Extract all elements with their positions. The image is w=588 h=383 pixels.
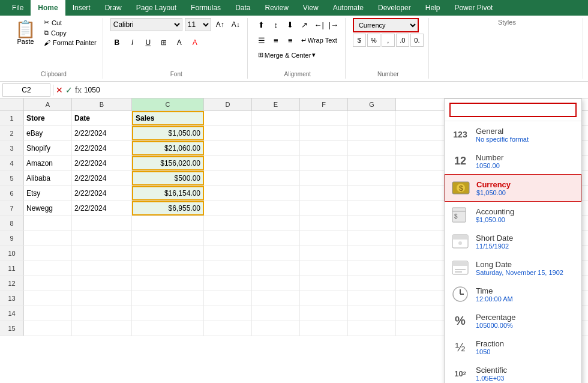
dropdown-item-time[interactable]: Time 12:00:00 AM xyxy=(445,281,581,307)
percent-style-button[interactable]: % xyxy=(367,34,380,47)
cell-f2[interactable] xyxy=(300,126,348,140)
cell-a4[interactable]: Amazon xyxy=(24,156,72,170)
cell-e4[interactable] xyxy=(252,156,300,170)
currency-style-button[interactable]: $ xyxy=(353,34,366,47)
font-size-select[interactable]: 11 xyxy=(185,18,211,31)
cut-button[interactable]: ✂ Cut xyxy=(43,18,98,27)
tab-data[interactable]: Data xyxy=(228,0,257,16)
orientation-button[interactable]: ↗ xyxy=(298,18,311,31)
tab-page-layout[interactable]: Page Layout xyxy=(129,0,184,16)
decrease-decimal-button[interactable]: 0. xyxy=(410,34,424,47)
number-format-select[interactable]: Currency General Number Accounting Perce… xyxy=(353,18,419,32)
tab-help[interactable]: Help xyxy=(418,0,448,16)
cell-b4[interactable]: 2/22/2024 xyxy=(72,156,132,170)
cell-f3[interactable] xyxy=(300,141,348,155)
italic-button[interactable]: I xyxy=(126,36,139,49)
cell-f4[interactable] xyxy=(300,156,348,170)
align-right-button[interactable]: ≡ xyxy=(284,34,297,47)
increase-decimal-button[interactable]: .0 xyxy=(396,34,409,47)
cell-e2[interactable] xyxy=(252,126,300,140)
cell-g3[interactable] xyxy=(348,141,396,155)
col-header-f[interactable]: F xyxy=(300,98,348,110)
cell-d3[interactable] xyxy=(204,141,252,155)
cell-a6[interactable]: Etsy xyxy=(24,186,72,201)
font-name-select[interactable]: Calibri xyxy=(110,18,182,31)
increase-font-size-button[interactable]: A↑ xyxy=(214,18,227,31)
cell-d4[interactable] xyxy=(204,156,252,170)
cell-a3[interactable]: Shopify xyxy=(24,141,72,155)
cell-b5[interactable]: 2/22/2024 xyxy=(72,171,132,185)
cell-c4[interactable]: $156,020.00 xyxy=(132,156,204,170)
dropdown-search-input[interactable] xyxy=(449,103,577,117)
cell-f5[interactable] xyxy=(300,171,348,185)
insert-function-icon[interactable]: fx xyxy=(75,85,82,95)
decrease-font-size-button[interactable]: A↓ xyxy=(229,18,242,31)
underline-button[interactable]: U xyxy=(142,36,155,49)
dropdown-item-short-date[interactable]: Short Date 11/15/1902 xyxy=(445,228,581,255)
copy-button[interactable]: ⧉ Copy xyxy=(43,28,98,37)
cell-reference-box[interactable]: C2 xyxy=(2,83,50,97)
tab-home[interactable]: Home xyxy=(31,0,65,16)
cell-e5[interactable] xyxy=(252,171,300,185)
cell-e1[interactable] xyxy=(252,111,300,125)
cell-c3[interactable]: $21,060.00 xyxy=(132,141,204,155)
cell-a2[interactable]: eBay xyxy=(24,126,72,140)
cell-f6[interactable] xyxy=(300,186,348,201)
dropdown-item-long-date[interactable]: Long Date Saturday, November 15, 1902 xyxy=(445,255,581,281)
formula-input[interactable] xyxy=(84,83,586,97)
tab-automate[interactable]: Automate xyxy=(326,0,371,16)
comma-style-button[interactable]: , xyxy=(382,34,395,47)
cell-a7[interactable]: Newegg xyxy=(24,201,72,216)
cell-f1[interactable] xyxy=(300,111,348,125)
col-header-c[interactable]: C xyxy=(132,98,204,110)
col-header-a[interactable]: A xyxy=(24,98,72,110)
cell-d5[interactable] xyxy=(204,171,252,185)
cell-b2[interactable]: 2/22/2024 xyxy=(72,126,132,140)
tab-file[interactable]: File xyxy=(5,0,31,16)
align-top-button[interactable]: ⬆ xyxy=(255,18,268,31)
cell-a1[interactable]: Store xyxy=(24,111,72,125)
border-button[interactable]: ⊞ xyxy=(157,36,170,49)
col-header-e[interactable]: E xyxy=(252,98,300,110)
dropdown-item-accounting[interactable]: $ Accounting $1,050.00 xyxy=(445,202,581,228)
cell-e7[interactable] xyxy=(252,201,300,216)
indent-decrease-button[interactable]: ←| xyxy=(313,18,326,31)
cell-c1[interactable]: Sales xyxy=(132,111,204,125)
align-middle-button[interactable]: ↕ xyxy=(269,18,283,31)
align-left-button[interactable]: ☰ xyxy=(255,34,268,47)
dropdown-item-number[interactable]: 12 Number 1050.00 xyxy=(445,148,581,174)
cell-d2[interactable] xyxy=(204,126,252,140)
dropdown-item-percentage[interactable]: % Percentage 105000.00% xyxy=(445,307,581,334)
cell-g1[interactable] xyxy=(348,111,396,125)
cell-b1[interactable]: Date xyxy=(72,111,132,125)
cell-e6[interactable] xyxy=(252,186,300,201)
indent-increase-button[interactable]: |→ xyxy=(327,18,340,31)
align-center-button[interactable]: ≡ xyxy=(269,34,283,47)
tab-draw[interactable]: Draw xyxy=(98,0,129,16)
tab-developer[interactable]: Developer xyxy=(371,0,418,16)
col-header-g[interactable]: G xyxy=(348,98,396,110)
tab-power-pivot[interactable]: Power Pivot xyxy=(447,0,500,16)
cell-e3[interactable] xyxy=(252,141,300,155)
cell-a5[interactable]: Alibaba xyxy=(24,171,72,185)
cell-b3[interactable]: 2/22/2024 xyxy=(72,141,132,155)
dropdown-item-scientific[interactable]: 102 Scientific 1.05E+03 xyxy=(445,360,581,383)
align-bottom-button[interactable]: ⬇ xyxy=(284,18,297,31)
cell-g4[interactable] xyxy=(348,156,396,170)
cell-b6[interactable]: 2/22/2024 xyxy=(72,186,132,201)
cell-d7[interactable] xyxy=(204,201,252,216)
cell-g2[interactable] xyxy=(348,126,396,140)
dropdown-item-general[interactable]: 123 General No specific format xyxy=(445,121,581,148)
tab-review[interactable]: Review xyxy=(257,0,295,16)
dropdown-item-currency[interactable]: $ Currency $1,050.00 xyxy=(445,174,581,202)
cell-g7[interactable] xyxy=(348,201,396,216)
paste-button[interactable]: 📋 Paste xyxy=(10,18,41,48)
bold-button[interactable]: B xyxy=(110,36,124,49)
cell-c7[interactable]: $6,955.00 xyxy=(132,201,204,216)
cell-b7[interactable]: 2/22/2024 xyxy=(72,201,132,216)
tab-insert[interactable]: Insert xyxy=(65,0,98,16)
tab-formulas[interactable]: Formulas xyxy=(184,0,228,16)
cancel-formula-icon[interactable]: ✕ xyxy=(56,85,63,95)
cell-c2[interactable]: $1,050.00 xyxy=(132,126,204,140)
cell-d6[interactable] xyxy=(204,186,252,201)
